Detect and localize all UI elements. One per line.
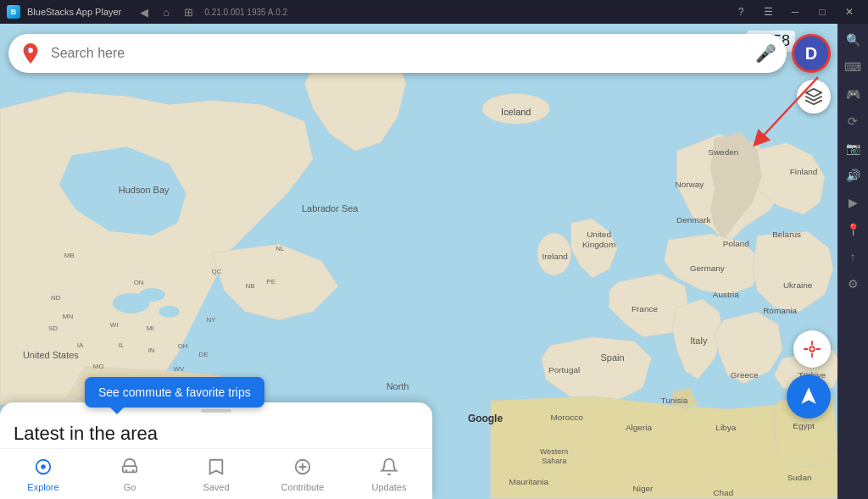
mic-icon[interactable]: 🎤 (755, 43, 776, 64)
sidebar-gamepad-icon[interactable]: 🎮 (840, 81, 865, 107)
svg-text:Germany: Germany (690, 263, 725, 273)
svg-text:SD: SD (48, 324, 58, 332)
svg-point-5 (159, 306, 180, 318)
google-maps-logo: G (19, 42, 42, 65)
svg-text:Belarus: Belarus (772, 230, 801, 239)
svg-text:Ireland: Ireland (542, 252, 567, 261)
svg-point-69 (125, 469, 128, 472)
app-subtitle: 0.21.0.001 1935 A.0.2 (204, 8, 287, 17)
svg-text:Portugal: Portugal (548, 365, 580, 374)
sidebar-share-icon[interactable]: ↑ (840, 244, 865, 269)
app-title: BlueStacks App Player (27, 7, 121, 17)
app-icon: B (7, 5, 20, 19)
svg-text:IN: IN (148, 347, 155, 354)
updates-icon (380, 457, 398, 480)
svg-text:G: G (25, 47, 30, 53)
sidebar-search-icon[interactable]: 🔍 (840, 27, 865, 53)
home-button[interactable]: ⌂ (157, 3, 175, 20)
svg-text:DE: DE (199, 351, 209, 358)
svg-text:Sudan: Sudan (787, 473, 812, 482)
back-button[interactable]: ◀ (135, 3, 153, 20)
sidebar-volume-icon[interactable]: 🔊 (840, 163, 865, 188)
sidebar-camera-icon[interactable]: 📷 (840, 136, 865, 161)
svg-text:OH: OH (178, 342, 188, 350)
svg-text:MI: MI (147, 324, 154, 332)
panel-title: Latest in the area (0, 416, 432, 448)
svg-text:Labrador Sea: Labrador Sea (302, 203, 359, 213)
bottom-panel: Latest in the area See commute & favorit… (0, 402, 432, 499)
svg-text:Denmark: Denmark (676, 215, 710, 225)
svg-text:IA: IA (77, 341, 84, 349)
search-input[interactable] (51, 46, 748, 61)
svg-text:ON: ON (134, 279, 144, 286)
nav-label-updates: Updates (372, 482, 407, 492)
nav-item-explore[interactable]: Explore (0, 454, 86, 496)
svg-text:Chad: Chad (713, 488, 733, 497)
nav-item-go[interactable]: Go (86, 454, 173, 496)
minimize-button[interactable]: ─ (783, 3, 807, 21)
nav-item-saved[interactable]: Saved (173, 454, 259, 496)
svg-text:Austria: Austria (713, 290, 739, 299)
sidebar-location-icon[interactable]: 📍 (840, 217, 865, 242)
nav-label-contribute: Contribute (281, 482, 325, 492)
main-wrapper: Norwegian Sea Iceland Sweden Finland Nor… (0, 24, 868, 499)
contribute-icon (293, 457, 312, 480)
svg-text:MN: MN (63, 313, 74, 320)
svg-text:Libya: Libya (715, 423, 736, 432)
menu-button[interactable]: ☰ (756, 3, 780, 21)
svg-point-70 (132, 469, 135, 472)
titlebar-nav: ◀ ⌂ ⊞ (135, 3, 198, 20)
panel-handle (201, 409, 231, 413)
svg-text:Egypt: Egypt (793, 421, 815, 430)
svg-text:United States: United States (23, 350, 79, 360)
right-sidebar: 🔍 ⌨ 🎮 ⟳ 📷 🔊 ▶ 📍 ↑ ⚙ (837, 24, 868, 499)
svg-text:Greece: Greece (731, 370, 759, 380)
commute-tooltip[interactable]: See commute & favorite trips (85, 377, 264, 408)
svg-text:Italy: Italy (690, 335, 708, 346)
nav-label-saved: Saved (203, 482, 229, 492)
svg-text:IL: IL (119, 341, 125, 349)
svg-text:ND: ND (51, 294, 61, 302)
svg-text:Tunisia: Tunisia (661, 396, 688, 405)
svg-text:PE: PE (266, 278, 275, 286)
titlebar: B BlueStacks App Player ◀ ⌂ ⊞ 0.21.0.001… (0, 0, 868, 24)
sidebar-macro-icon[interactable]: ▶ (840, 190, 865, 215)
svg-text:NL: NL (275, 245, 285, 252)
nav-item-updates[interactable]: Updates (346, 454, 432, 496)
search-bar[interactable]: G 🎤 (8, 34, 787, 73)
svg-text:MO: MO (93, 363, 104, 370)
window-controls: ? ☰ ─ □ ✕ (729, 3, 861, 21)
svg-text:Spain: Spain (601, 352, 625, 363)
svg-text:Algeria: Algeria (626, 423, 652, 432)
bottom-nav: Explore Go Saved (0, 448, 432, 499)
svg-text:Iceland: Iceland (501, 107, 531, 117)
svg-text:NY: NY (207, 316, 217, 324)
svg-text:Sahara: Sahara (542, 457, 566, 465)
nav-item-contribute[interactable]: Contribute (259, 454, 346, 496)
profile-initial: D (805, 44, 817, 64)
svg-text:Romania: Romania (763, 306, 797, 315)
maximize-button[interactable]: □ (810, 3, 834, 21)
location-button[interactable] (793, 330, 831, 368)
svg-text:Poland: Poland (723, 239, 749, 248)
svg-rect-68 (123, 466, 137, 472)
tabs-button[interactable]: ⊞ (179, 3, 198, 20)
svg-text:Kingdom: Kingdom (582, 240, 615, 249)
svg-point-67 (41, 464, 46, 469)
close-button[interactable]: ✕ (837, 3, 861, 21)
navigate-icon (798, 385, 820, 408)
svg-text:NB: NB (245, 282, 254, 290)
navigate-button[interactable] (787, 374, 831, 419)
svg-point-4 (140, 288, 165, 302)
svg-text:France: France (632, 304, 658, 313)
nav-label-go: Go (124, 482, 136, 492)
sidebar-rotate-icon[interactable]: ⟳ (840, 108, 865, 134)
svg-text:Mauritania: Mauritania (509, 477, 548, 486)
location-target-icon (803, 340, 821, 358)
sidebar-keyboard-icon[interactable]: ⌨ (840, 54, 865, 80)
saved-icon (207, 457, 225, 480)
profile-button[interactable]: D (792, 34, 831, 73)
sidebar-settings-icon[interactable]: ⚙ (840, 271, 865, 297)
svg-text:North: North (387, 381, 409, 391)
help-button[interactable]: ? (729, 3, 753, 21)
